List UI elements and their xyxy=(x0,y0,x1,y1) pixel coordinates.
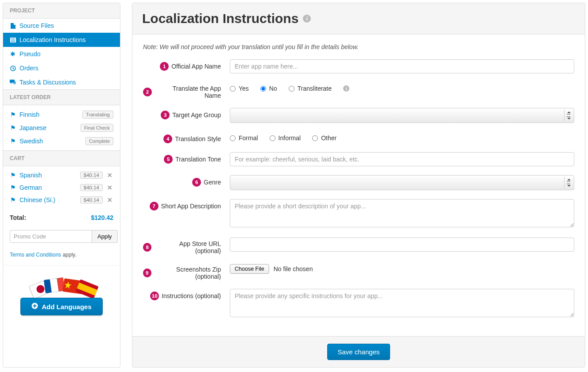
radio-label: Formal xyxy=(239,134,258,142)
promo-row: Apply xyxy=(10,230,113,243)
order-lang[interactable]: Japanese xyxy=(19,124,77,131)
label-text: Translation Style xyxy=(175,135,221,142)
cart-lang[interactable]: Spanish xyxy=(19,172,77,179)
svg-rect-1 xyxy=(11,38,15,39)
terms: Terms and Conditions apply. xyxy=(3,248,120,265)
promo-code-input[interactable] xyxy=(10,230,92,243)
form-row-instructions: 10 Instructions (optional) xyxy=(143,289,574,318)
form-label: 3 Target Age Group xyxy=(143,108,221,119)
step-badge: 3 xyxy=(161,111,170,119)
add-languages-button[interactable]: Add Languages xyxy=(20,298,103,315)
radio-label: Informal xyxy=(279,134,301,142)
price-badge: $40.14 xyxy=(80,184,103,191)
remove-icon[interactable]: ✕ xyxy=(106,196,113,203)
price-badge: $40.14 xyxy=(80,172,103,179)
order-lang[interactable]: Finnish xyxy=(19,111,79,118)
cart-item: ⚑ German $40.14 ✕ xyxy=(3,181,120,194)
terms-link[interactable]: Terms and Conditions xyxy=(10,252,61,258)
radio-transliterate[interactable]: Transliterate xyxy=(289,85,332,92)
form-label: 10 Instructions (optional) xyxy=(143,289,221,300)
app-name-input[interactable] xyxy=(230,59,574,73)
plus-circle-icon xyxy=(31,303,38,311)
sidebar-item-localization-instructions[interactable]: Localization Instructions xyxy=(3,33,120,47)
form-label: 6 Genre xyxy=(143,175,221,187)
svg-rect-3 xyxy=(11,41,15,42)
comments-icon xyxy=(10,80,16,85)
cart-item: ⚑ Spanish $40.14 ✕ xyxy=(3,169,120,181)
sidebar-item-pseudo[interactable]: ✱ Pseudo xyxy=(3,47,120,61)
form-label: 8 App Store URL (optional) xyxy=(143,238,221,254)
sidebar-item-source-files[interactable]: Source Files xyxy=(3,19,120,33)
main-footer: Save changes xyxy=(132,336,585,367)
order-lang[interactable]: Swedish xyxy=(19,138,82,145)
radio-label: Yes xyxy=(239,85,249,92)
radio-label: Other xyxy=(321,134,337,142)
cart-lang[interactable]: Chinese (Si.) xyxy=(19,196,77,203)
label-text: Screenshots Zip (optional) xyxy=(154,266,221,280)
cart-item: ⚑ Chinese (Si.) $40.14 ✕ xyxy=(3,194,120,206)
label-text: Translation Tone xyxy=(175,156,221,163)
remove-icon[interactable]: ✕ xyxy=(106,172,113,179)
label-text: Translate the App Name xyxy=(155,85,221,99)
save-button[interactable]: Save changes xyxy=(327,344,390,360)
radio-input[interactable] xyxy=(230,86,236,92)
radio-no[interactable]: No xyxy=(260,85,277,92)
form-label: 5 Translation Tone xyxy=(143,152,221,164)
status-badge: Final Check xyxy=(81,124,113,132)
sidebar-item-label: Source Files xyxy=(19,22,54,29)
svg-rect-2 xyxy=(11,40,15,40)
radio-input[interactable] xyxy=(270,135,275,141)
form-row-translate-name: 2 Translate the App Name Yes No Translit… xyxy=(143,82,574,99)
radio-input[interactable] xyxy=(230,135,236,141)
radio-informal[interactable]: Informal xyxy=(270,134,301,142)
status-badge: Complete xyxy=(85,137,113,145)
sidebar-item-label: Orders xyxy=(19,65,39,72)
radio-formal[interactable]: Formal xyxy=(230,134,258,142)
step-badge: 7 xyxy=(150,202,159,211)
step-badge: 2 xyxy=(143,88,152,96)
label-text: Target Age Group xyxy=(172,111,221,119)
section-header-cart: Cart xyxy=(3,150,120,166)
step-badge: 1 xyxy=(160,62,169,71)
remove-icon[interactable]: ✕ xyxy=(106,184,113,191)
flag-icon: ⚑ xyxy=(10,138,16,145)
form-label: 7 Short App Description xyxy=(143,199,221,211)
info-icon[interactable]: i xyxy=(343,85,349,92)
add-languages-label: Add Languages xyxy=(42,303,92,311)
tone-input[interactable] xyxy=(230,152,574,166)
form-row-url: 8 App Store URL (optional) xyxy=(143,238,574,254)
sidebar: Project Source Files Localization Instru… xyxy=(3,3,120,368)
clock-icon xyxy=(10,65,16,71)
radio-input[interactable] xyxy=(260,86,266,92)
genre-select[interactable] xyxy=(230,175,574,190)
radio-label: Transliterate xyxy=(298,85,332,92)
url-input[interactable] xyxy=(230,238,574,252)
radio-input[interactable] xyxy=(312,135,318,141)
project-nav: Source Files Localization Instructions ✱… xyxy=(3,19,120,89)
order-item: ⚑ Swedish Complete xyxy=(3,134,120,148)
cart-total-label: Total: xyxy=(10,214,26,221)
form-row-genre: 6 Genre xyxy=(143,175,574,190)
form-row-age-group: 3 Target Age Group xyxy=(143,108,574,123)
flag-icon: ⚑ xyxy=(10,196,16,203)
choose-file-button[interactable]: Choose File xyxy=(230,264,269,274)
form-row-app-name: 1 Official App Name xyxy=(143,59,574,73)
flag-icon: ⚑ xyxy=(10,184,16,191)
info-icon[interactable]: i xyxy=(303,15,311,23)
step-badge: 6 xyxy=(192,178,201,187)
instructions-textarea[interactable] xyxy=(230,289,574,317)
sidebar-item-tasks-discussions[interactable]: Tasks & Discussions xyxy=(3,75,120,89)
radio-input[interactable] xyxy=(289,86,294,92)
radio-other[interactable]: Other xyxy=(312,134,337,142)
description-textarea[interactable] xyxy=(230,199,574,227)
step-badge: 4 xyxy=(163,134,172,143)
sidebar-item-orders[interactable]: Orders xyxy=(3,61,120,75)
flag-icon: ⚑ xyxy=(10,124,16,131)
age-group-select[interactable] xyxy=(230,108,574,123)
radio-yes[interactable]: Yes xyxy=(230,85,249,92)
step-badge: 10 xyxy=(150,291,159,300)
cart-lang[interactable]: German xyxy=(19,184,77,191)
no-file-text: No file chosen xyxy=(274,265,313,272)
apply-promo-button[interactable]: Apply xyxy=(92,230,118,243)
main-body: Note: We will not proceed with your tran… xyxy=(132,35,585,336)
